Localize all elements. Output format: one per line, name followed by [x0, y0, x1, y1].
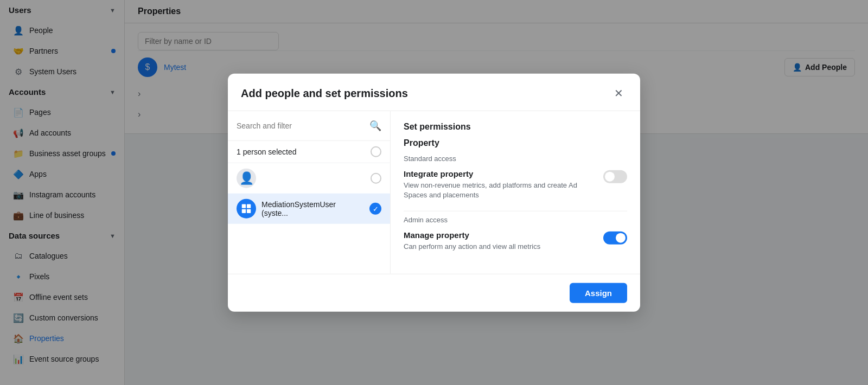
- svg-rect-3: [247, 209, 251, 213]
- modal-header: Add people and set permissions ✕: [228, 74, 640, 111]
- list-item[interactable]: 👤: [228, 163, 390, 194]
- avatar: [237, 199, 256, 219]
- manage-property-toggle[interactable]: [603, 232, 627, 245]
- manage-property-desc: Can perform any action and view all metr…: [404, 242, 597, 252]
- svg-rect-1: [247, 204, 251, 208]
- divider: [404, 211, 627, 211]
- modal-close-button[interactable]: ✕: [610, 85, 627, 102]
- admin-access-section: Admin access Manage property Can perform…: [404, 216, 627, 252]
- search-input[interactable]: [237, 121, 365, 130]
- admin-access-title: Admin access: [404, 216, 627, 224]
- search-container: 🔍: [228, 111, 390, 141]
- list-item[interactable]: MediationSystemUser (syste... ✓: [228, 194, 390, 224]
- person-radio[interactable]: [371, 173, 381, 184]
- integrate-property-toggle[interactable]: [603, 170, 627, 183]
- selected-count-text: 1 person selected: [237, 147, 297, 156]
- person-list: 👤 MediationSystemUser (syste...: [228, 163, 390, 274]
- manage-property-info: Manage property Can perform any action a…: [404, 230, 597, 252]
- person-check[interactable]: ✓: [369, 203, 381, 215]
- select-all-radio[interactable]: [371, 146, 381, 157]
- modal-footer: Assign: [228, 273, 640, 311]
- standard-access-section: Standard access Integrate property View …: [404, 155, 627, 200]
- assign-button[interactable]: Assign: [570, 283, 627, 303]
- search-icon: 🔍: [369, 120, 381, 132]
- integrate-property-row: Integrate property View non-revenue metr…: [404, 169, 627, 200]
- standard-access-title: Standard access: [404, 155, 627, 163]
- manage-property-row: Manage property Can perform any action a…: [404, 230, 627, 252]
- svg-rect-0: [242, 204, 246, 208]
- avatar: 👤: [237, 169, 256, 188]
- integrate-property-desc: View non-revenue metrics, add platforms …: [404, 181, 597, 200]
- modal: Add people and set permissions ✕ 🔍 1 per…: [228, 74, 640, 312]
- modal-body: 🔍 1 person selected 👤: [228, 111, 640, 274]
- modal-right-panel: Set permissions Property Standard access…: [391, 111, 640, 274]
- manage-property-name: Manage property: [404, 230, 597, 240]
- integrate-property-info: Integrate property View non-revenue metr…: [404, 169, 597, 200]
- modal-title: Add people and set permissions: [241, 87, 408, 99]
- modal-left-panel: 🔍 1 person selected 👤: [228, 111, 391, 274]
- person-name: MediationSystemUser (syste...: [261, 200, 364, 217]
- property-label: Property: [404, 138, 627, 148]
- permissions-title: Set permissions: [404, 122, 627, 132]
- selected-count-row: 1 person selected: [228, 141, 390, 163]
- integrate-property-name: Integrate property: [404, 169, 597, 178]
- svg-rect-2: [242, 209, 246, 213]
